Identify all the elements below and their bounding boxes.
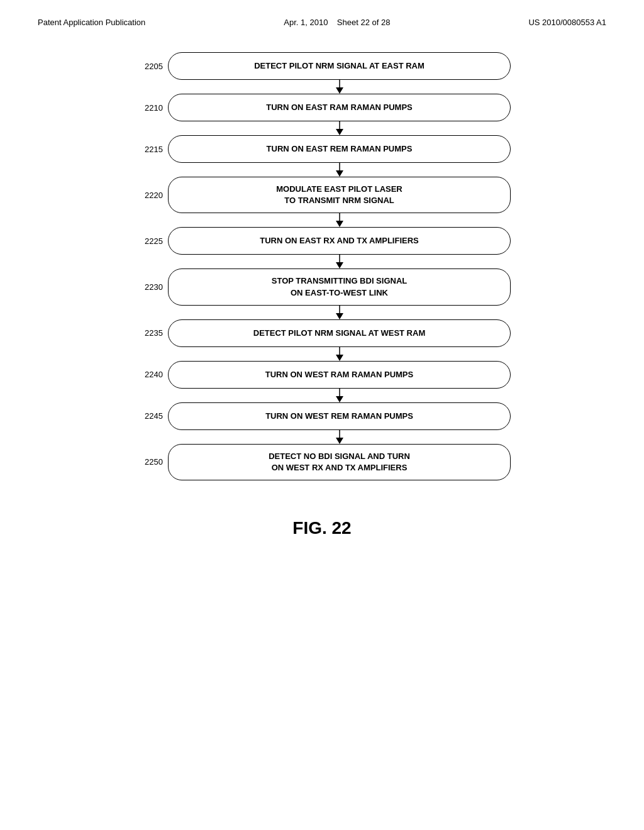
step-box-2240: TURN ON WEST RAM RAMAN PUMPS [168,361,511,389]
step-box-2210: TURN ON EAST RAM RAMAN PUMPS [168,94,511,121]
arrow-down-icon [333,430,346,444]
arrow-down-icon [333,255,346,268]
flow-step-2210: 2210TURN ON EAST RAM RAMAN PUMPS [133,94,511,121]
arrow-down-icon [333,306,346,319]
arrow-8 [133,430,511,444]
arrow-down-icon [333,80,346,94]
diagram-area: 2205DETECT PILOT NRM SIGNAL AT EAST RAM … [0,27,644,538]
step-label-2210: 2210 [133,103,168,113]
header-patent-number: US 2010/0080553 A1 [528,18,606,27]
arrow-5 [133,306,511,319]
step-box-2225: TURN ON EAST RX AND TX AMPLIFIERS [168,227,511,255]
page-header: Patent Application Publication Apr. 1, 2… [0,0,644,27]
arrow-3 [133,213,511,227]
svg-marker-9 [336,262,343,268]
header-date: Apr. 1, 2010 [284,18,328,27]
flow-step-2225: 2225TURN ON EAST RX AND TX AMPLIFIERS [133,227,511,255]
flow-step-2230: 2230STOP TRANSMITTING BDI SIGNAL ON EAST… [133,268,511,305]
arrow-2 [133,163,511,177]
svg-marker-13 [336,355,343,361]
flow-step-2235: 2235DETECT PILOT NRM SIGNAL AT WEST RAM [133,319,511,347]
flow-chart: 2205DETECT PILOT NRM SIGNAL AT EAST RAM … [133,52,511,480]
step-label-2215: 2215 [133,145,168,154]
step-box-2220: MODULATE EAST PILOT LASER TO TRANSMIT NR… [168,177,511,213]
arrow-down-icon [333,389,346,402]
step-box-2205: DETECT PILOT NRM SIGNAL AT EAST RAM [168,52,511,80]
header-date-sheet: Apr. 1, 2010 Sheet 22 of 28 [284,18,390,27]
header-sheet: Sheet 22 of 28 [337,18,391,27]
svg-marker-11 [336,313,343,319]
step-label-2205: 2205 [133,62,168,71]
flow-step-2240: 2240TURN ON WEST RAM RAMAN PUMPS [133,361,511,389]
svg-marker-5 [336,170,343,177]
flow-step-2205: 2205DETECT PILOT NRM SIGNAL AT EAST RAM [133,52,511,80]
svg-marker-7 [336,221,343,227]
step-label-2240: 2240 [133,370,168,379]
arrow-down-icon [333,121,346,135]
step-label-2230: 2230 [133,282,168,292]
step-label-2235: 2235 [133,328,168,338]
arrow-6 [133,347,511,361]
step-label-2250: 2250 [133,457,168,467]
arrow-4 [133,255,511,268]
arrow-1 [133,121,511,135]
figure-label: FIG. 22 [292,518,351,538]
arrow-0 [133,80,511,94]
arrow-down-icon [333,163,346,177]
flow-step-2220: 2220MODULATE EAST PILOT LASER TO TRANSMI… [133,177,511,213]
svg-marker-17 [336,438,343,444]
flow-step-2250: 2250DETECT NO BDI SIGNAL AND TURN ON WES… [133,444,511,480]
arrow-down-icon [333,213,346,227]
step-box-2245: TURN ON WEST REM RAMAN PUMPS [168,402,511,430]
step-box-2215: TURN ON EAST REM RAMAN PUMPS [168,135,511,163]
arrow-down-icon [333,347,346,361]
step-box-2235: DETECT PILOT NRM SIGNAL AT WEST RAM [168,319,511,347]
step-label-2225: 2225 [133,236,168,246]
flow-step-2215: 2215TURN ON EAST REM RAMAN PUMPS [133,135,511,163]
step-box-2230: STOP TRANSMITTING BDI SIGNAL ON EAST-TO-… [168,268,511,305]
header-publication: Patent Application Publication [38,18,145,27]
step-box-2250: DETECT NO BDI SIGNAL AND TURN ON WEST RX… [168,444,511,480]
svg-marker-3 [336,129,343,135]
step-label-2245: 2245 [133,411,168,421]
step-label-2220: 2220 [133,191,168,200]
svg-marker-1 [336,87,343,94]
arrow-7 [133,389,511,402]
flow-step-2245: 2245TURN ON WEST REM RAMAN PUMPS [133,402,511,430]
svg-marker-15 [336,396,343,402]
